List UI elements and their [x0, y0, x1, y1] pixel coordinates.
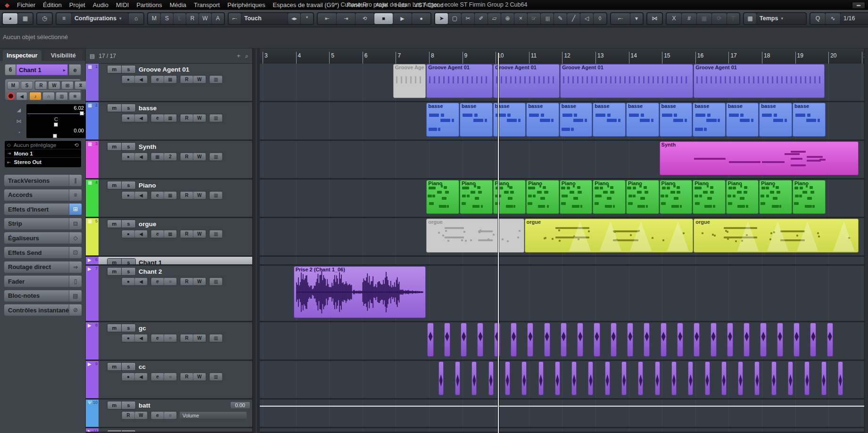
- goto-previous-marker-button[interactable]: ⇤: [318, 13, 336, 24]
- global-automation-m[interactable]: M: [148, 13, 160, 24]
- track-row-cc[interactable]: ▶9mscc●◀e○RW▥: [86, 361, 252, 400]
- menu-fichier[interactable]: Fichier: [13, 1, 39, 8]
- object-selection-tool[interactable]: ➤: [435, 13, 448, 24]
- clip-groove-agent-01[interactable]: Groove Agent 01: [694, 64, 825, 98]
- monitor-button[interactable]: ◀: [135, 76, 147, 83]
- clip-basse[interactable]: basse: [759, 103, 792, 137]
- menu-espaces-de-travail-g9[interactable]: Espaces de travail (G9*): [269, 1, 343, 8]
- clip-basse[interactable]: basse: [660, 103, 693, 137]
- clip-cc-22[interactable]: [804, 361, 810, 395]
- edit-instrument-button[interactable]: e: [151, 192, 164, 199]
- monitor-button[interactable]: ◀: [135, 230, 147, 237]
- track-solo-button[interactable]: s: [121, 181, 135, 189]
- clip-gc-19[interactable]: [744, 323, 750, 357]
- trackversions-icon[interactable]: ∥: [69, 175, 82, 186]
- activate-project-button[interactable]: ◕: [3, 13, 17, 24]
- zoom-tool[interactable]: ⊕: [501, 13, 514, 24]
- clip-piano[interactable]: Piano: [426, 180, 459, 214]
- track-row-piano[interactable]: ▦4msPiano●◀e▦RW▥: [86, 180, 252, 218]
- clip-gc-6[interactable]: [527, 323, 533, 357]
- clip-gc-15[interactable]: [677, 323, 683, 357]
- grid-type-button[interactable]: ▦: [697, 13, 711, 24]
- write-automation-button[interactable]: W: [193, 373, 206, 380]
- clip-gc-24[interactable]: [827, 323, 833, 357]
- home-button[interactable]: ⌂: [129, 13, 143, 24]
- track-row-chant-3[interactable]: ▶11msChant 3: [86, 428, 252, 433]
- cycle-button[interactable]: ⟲: [355, 13, 374, 24]
- preset-row[interactable]: ◇ Aucun préréglage ⟲: [5, 141, 81, 149]
- project-cursor[interactable]: [498, 53, 499, 433]
- clip-basse[interactable]: basse: [626, 103, 659, 137]
- lock-icon[interactable]: ∩: [42, 92, 55, 100]
- strip-icon[interactable]: ⊟: [69, 218, 82, 229]
- lanes-icon[interactable]: ▥: [210, 278, 222, 285]
- monitor-button[interactable]: ◀: [135, 153, 147, 160]
- track-row-gc[interactable]: ▶8msgc●◀e○RW▥: [86, 322, 252, 361]
- lanes-icon[interactable]: ▥: [210, 335, 222, 342]
- record-enable-button[interactable]: ●: [122, 230, 134, 237]
- lanes-icon[interactable]: ▥: [210, 230, 222, 237]
- monitor-button[interactable]: ◀: [135, 373, 147, 380]
- clip-gc-18[interactable]: [727, 323, 733, 357]
- tab-visibilite[interactable]: Visibilité: [44, 50, 83, 61]
- menu-edition[interactable]: Édition: [39, 1, 66, 8]
- clip-piano[interactable]: Piano: [460, 180, 493, 214]
- track-row-orgue[interactable]: ▦5msorgue●◀e▦RW▥: [86, 218, 252, 257]
- open-device-button[interactable]: ○: [164, 335, 176, 342]
- menu-midi[interactable]: MIDI: [112, 1, 132, 8]
- clip-cc-13[interactable]: [655, 361, 660, 395]
- read-button[interactable]: R: [35, 81, 47, 90]
- clip-gc-16[interactable]: [694, 323, 700, 357]
- clip-cc-3[interactable]: [488, 361, 494, 395]
- automation-value-box[interactable]: 0.00: [230, 401, 250, 409]
- track-solo-button[interactable]: s: [121, 324, 135, 332]
- clip-basse[interactable]: basse: [726, 103, 759, 137]
- find-track-icon[interactable]: ⌕: [245, 52, 248, 60]
- add-track-icon[interactable]: +: [237, 52, 240, 60]
- metronome-button[interactable]: ◷: [37, 13, 52, 24]
- step-input-button[interactable]: ⌐·: [611, 13, 630, 24]
- clip-gc-9[interactable]: [577, 323, 583, 357]
- track-mute-button[interactable]: m: [107, 363, 121, 370]
- preset-reset-icon[interactable]: ⟲: [74, 142, 79, 148]
- edit-channel-button[interactable]: e: [151, 278, 164, 285]
- pattern-number[interactable]: 2: [164, 153, 176, 160]
- write-automation-button[interactable]: W: [193, 230, 206, 237]
- record-enable-button[interactable]: ●: [122, 114, 134, 122]
- clip-piano[interactable]: Piano: [593, 180, 626, 214]
- record-button[interactable]: ●: [412, 13, 430, 24]
- track-mute-button[interactable]: m: [107, 104, 121, 112]
- clip-gc-17[interactable]: [711, 323, 717, 357]
- eq-icon[interactable]: ◇: [69, 232, 82, 244]
- clip-cc-4[interactable]: [505, 361, 510, 395]
- lanes-icon[interactable]: ▥: [210, 192, 222, 199]
- clip-basse[interactable]: basse: [460, 103, 493, 137]
- write-automation-button[interactable]: W: [193, 278, 206, 285]
- read-automation-button[interactable]: R: [181, 278, 193, 285]
- instrument-icon[interactable]: ▦: [164, 192, 176, 199]
- clip-cc-24[interactable]: [838, 361, 843, 395]
- volume-handle[interactable]: [80, 111, 84, 115]
- clip-cc-10[interactable]: [605, 361, 610, 395]
- read-automation-button[interactable]: R: [181, 114, 193, 122]
- monitor-button[interactable]: ◀: [16, 92, 27, 100]
- clip-cc-17[interactable]: [721, 361, 727, 395]
- clip-gc-10[interactable]: [594, 323, 600, 357]
- clip-piano[interactable]: Piano: [759, 180, 792, 214]
- configurations-dropdown[interactable]: Configurations ▾: [72, 13, 128, 24]
- inspector-section-strip[interactable]: Strip⊟: [4, 218, 82, 230]
- clip-piano[interactable]: Piano: [793, 180, 826, 214]
- clip-basse[interactable]: basse: [526, 103, 559, 137]
- track-solo-button[interactable]: s: [121, 143, 135, 150]
- read-automation-button[interactable]: R: [181, 153, 193, 160]
- clip-cc-5[interactable]: [521, 361, 527, 395]
- clip-synth[interactable]: Synth: [660, 141, 859, 175]
- clip-cc-0[interactable]: [438, 361, 444, 395]
- snap-mode-dropdown[interactable]: ⊤: [727, 13, 739, 24]
- automation-mode-icon[interactable]: ⌐·: [229, 13, 241, 24]
- clip-piano[interactable]: Piano: [626, 180, 659, 214]
- write-automation-button[interactable]: W: [193, 192, 206, 199]
- instrument-icon[interactable]: ▦: [164, 114, 176, 122]
- clip-gc-11[interactable]: [611, 323, 617, 357]
- vertical-scrollbar[interactable]: [864, 49, 868, 433]
